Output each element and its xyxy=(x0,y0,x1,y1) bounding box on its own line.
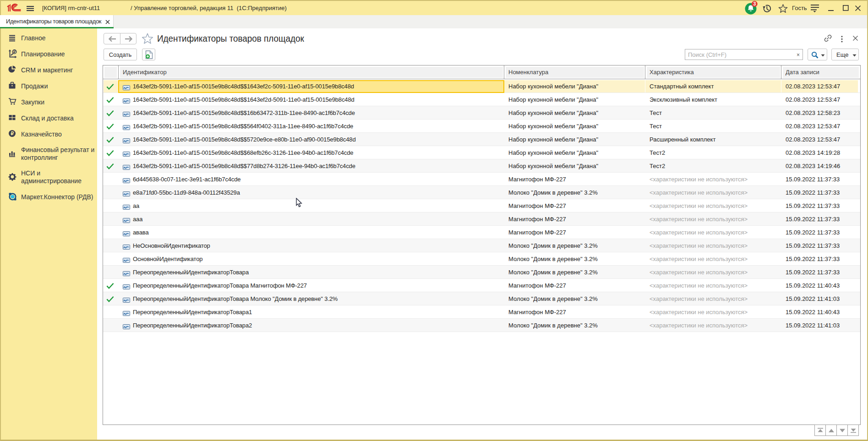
svg-text:₽: ₽ xyxy=(13,49,16,54)
svg-text:3: 3 xyxy=(753,1,756,6)
svg-text:₽: ₽ xyxy=(11,131,14,136)
